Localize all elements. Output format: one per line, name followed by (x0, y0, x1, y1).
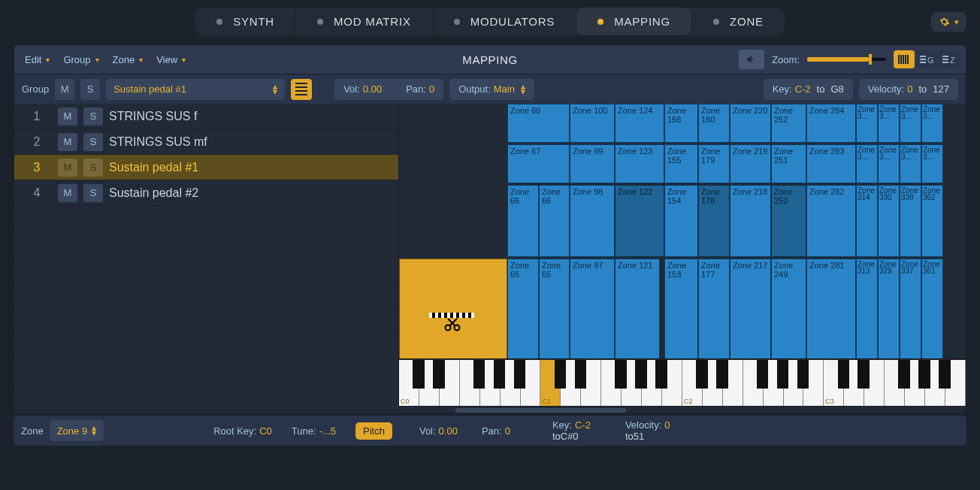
zone-cell[interactable]: Zone 124 (615, 104, 664, 143)
zone-velocity-range[interactable]: Velocity:0 to51 (625, 419, 670, 442)
group-row[interactable]: 3 M S Sustain pedal #1 (14, 155, 398, 180)
zone-cell[interactable]: Zone 66 (539, 185, 570, 257)
zone-cell[interactable]: Zone 283 (806, 144, 856, 183)
mute-button[interactable]: M (58, 107, 77, 126)
zone-cell[interactable]: Zone 179 (698, 144, 730, 183)
settings-button[interactable]: ▾ (931, 11, 966, 32)
group-row[interactable]: 1 M S STRINGS SUS f (14, 104, 398, 129)
edit-menu[interactable]: Edit▾ (20, 54, 54, 65)
zone-cell[interactable]: Zone 177 (698, 259, 730, 359)
white-key[interactable] (460, 360, 480, 406)
black-key[interactable] (615, 360, 627, 389)
zone-cell[interactable]: Zone 3... (921, 144, 943, 183)
group-key-range[interactable]: Key:C-2 to G8 (764, 79, 853, 100)
white-key[interactable]: C3 (824, 360, 844, 406)
zone-pan[interactable]: Pan:0 (482, 425, 510, 437)
zone-cell[interactable]: Zone 156 (664, 104, 698, 143)
zone-cell[interactable]: Zone 338 (900, 185, 921, 257)
zone-cell[interactable]: Zone 180 (698, 104, 730, 143)
zone-cell[interactable]: Zone 361 (921, 259, 943, 359)
mute-button[interactable]: M (58, 159, 77, 177)
view-zone-list-button[interactable]: Z (939, 50, 960, 68)
white-key[interactable] (743, 360, 764, 406)
zone-tune[interactable]: Tune:-...5 (292, 425, 336, 437)
zone-cell[interactable]: Zone 314 (856, 185, 878, 257)
black-key[interactable] (918, 360, 930, 389)
view-group-list-button[interactable]: G (916, 50, 937, 68)
zone-cell[interactable]: Zone 155 (664, 144, 698, 183)
zone-cell[interactable]: Zone 3... (856, 104, 878, 143)
zone-cell[interactable]: Zone 100 (570, 104, 615, 143)
black-key[interactable] (757, 360, 769, 389)
zone-cell[interactable]: Zone 153 (664, 259, 698, 359)
zone-cell[interactable]: Zone 67 (507, 144, 570, 183)
zone-cell[interactable]: Zone 66 (507, 185, 539, 257)
black-key[interactable] (939, 360, 951, 389)
group-list-toggle[interactable] (291, 79, 312, 100)
zone-cell[interactable]: Zone 123 (615, 144, 664, 183)
tab-synth[interactable]: SYNTH (195, 8, 296, 35)
zone-vol[interactable]: Vol:0.00 (419, 425, 458, 437)
black-key[interactable] (696, 360, 708, 389)
zone-cell[interactable]: Zone 250 (771, 185, 806, 257)
zone-cell[interactable]: Zone 178 (698, 185, 730, 257)
group-output[interactable]: Output:Main ▴▾ (449, 79, 534, 100)
white-key[interactable]: C0 (399, 360, 419, 406)
black-key[interactable] (858, 360, 870, 389)
mute-button[interactable]: M (58, 133, 77, 151)
group-vol-pan[interactable]: Vol:0.00 Pan:0 (334, 79, 443, 100)
group-menu[interactable]: Group▾ (59, 54, 103, 65)
zone-cell[interactable]: Zone 282 (806, 185, 856, 257)
solo-button[interactable]: S (83, 184, 103, 202)
black-key[interactable] (797, 360, 809, 389)
solo-button[interactable]: S (83, 133, 103, 151)
tab-mapping[interactable]: MAPPING (576, 8, 692, 35)
group-row[interactable]: 4 M S Sustain pedal #2 (14, 180, 398, 206)
zone-cell[interactable]: Zone 99 (570, 144, 615, 183)
zone-cell[interactable]: Zone 251 (771, 144, 806, 183)
zone-cell[interactable]: Zone 3... (900, 144, 921, 183)
black-key[interactable] (838, 360, 850, 389)
mute-button[interactable]: M (58, 184, 77, 202)
zone-cell[interactable]: Zone 98 (570, 185, 615, 257)
zone-cell[interactable]: Zone 220 (730, 104, 771, 143)
black-key[interactable] (413, 360, 425, 389)
view-menu[interactable]: View▾ (152, 54, 190, 65)
zone-cell[interactable]: Zone 252 (771, 104, 806, 143)
black-key[interactable] (514, 360, 526, 389)
zone-key-range[interactable]: Key:C-2 toC#0 (552, 419, 591, 442)
black-key[interactable] (555, 360, 567, 389)
group-velocity-range[interactable]: Velocity:0 to 127 (859, 79, 958, 100)
zone-cell[interactable]: Zone 154 (664, 185, 698, 257)
solo-button[interactable]: S (83, 159, 103, 177)
tab-modulators[interactable]: MODULATORS (433, 8, 576, 35)
zone-cell[interactable]: Zone 219 (730, 144, 771, 183)
black-key[interactable] (494, 360, 506, 389)
black-key[interactable] (575, 360, 587, 389)
zone-cell[interactable]: Zone 3... (878, 104, 900, 143)
zone-cell[interactable]: Zone 329 (878, 259, 900, 359)
white-key[interactable]: C1 (540, 360, 561, 406)
zone-cell[interactable]: Zone 121 (615, 259, 660, 359)
keyboard[interactable]: C0C1C2C3 (399, 359, 966, 406)
black-key[interactable] (655, 360, 667, 389)
zone-cell[interactable]: Zone 337 (900, 259, 921, 359)
zone-cell[interactable]: Zone 362 (921, 185, 943, 257)
zone-name-selector[interactable]: Zone 9 ▴▾ (50, 420, 104, 441)
group-solo-button[interactable]: S (80, 79, 100, 100)
black-key[interactable] (716, 360, 728, 389)
group-row[interactable]: 2 M S STRINGS SUS mf (14, 129, 398, 155)
zone-cell[interactable]: Zone 330 (878, 185, 900, 257)
tab-zone[interactable]: ZONE (692, 8, 785, 35)
zone-cell[interactable]: Zone 217 (730, 259, 771, 359)
zone-mapping-area[interactable]: Zone 68Zone 100Zone 124Zone 156Zone 180Z… (399, 104, 966, 413)
zoom-slider[interactable] (807, 58, 886, 61)
zone-cell[interactable]: Zone 65 (539, 259, 570, 359)
zone-root-key[interactable]: Root Key:C0 (213, 425, 272, 437)
white-key[interactable] (885, 360, 905, 406)
zone-cell[interactable]: Zone 3... (856, 144, 878, 183)
zone-cell[interactable]: Zone 122 (615, 185, 664, 257)
zone-cell[interactable]: Zone 65 (507, 259, 539, 359)
white-key[interactable] (601, 360, 622, 406)
zone-cell[interactable]: Zone 284 (806, 104, 856, 143)
